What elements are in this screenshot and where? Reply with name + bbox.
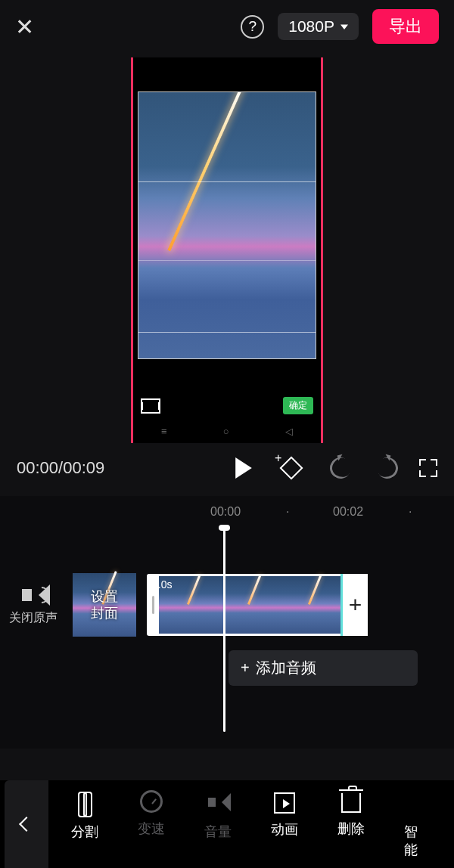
clip-duration-badge: 3.0s bbox=[152, 578, 172, 591]
toolbar-back-button[interactable] bbox=[5, 780, 48, 868]
clip-frames[interactable]: 3.0s bbox=[159, 574, 340, 636]
aspect-ratio-icon[interactable] bbox=[141, 398, 160, 414]
guide-line-top bbox=[138, 181, 316, 182]
add-audio-button[interactable]: + 添加音频 bbox=[229, 650, 418, 686]
timecode: 00:00/00:09 bbox=[17, 458, 104, 478]
redo-icon[interactable] bbox=[373, 454, 402, 482]
trash-icon bbox=[341, 793, 361, 813]
video-track-row: 关闭原声 设置封面 3.0s + bbox=[0, 573, 454, 637]
add-keyframe-icon[interactable]: + bbox=[280, 457, 303, 479]
resolution-label: 1080P bbox=[288, 17, 334, 36]
guide-line-bottom bbox=[138, 332, 316, 333]
tool-split[interactable]: 分割 bbox=[71, 790, 98, 859]
speed-icon bbox=[140, 790, 163, 813]
clip-frame bbox=[219, 576, 280, 634]
split-icon bbox=[72, 790, 98, 816]
undo-icon[interactable] bbox=[326, 454, 355, 482]
tool-delete[interactable]: 删除 bbox=[337, 790, 365, 859]
history-buttons bbox=[330, 457, 398, 479]
close-icon[interactable]: ✕ bbox=[15, 14, 34, 40]
set-cover-button[interactable]: 设置封面 bbox=[73, 573, 136, 637]
preview-bottom-bar: 确定 bbox=[141, 397, 313, 414]
chevron-left-icon bbox=[19, 817, 34, 832]
plus-icon: + bbox=[241, 659, 250, 677]
preview-area: ‹ 确定 ≡○◁ bbox=[0, 53, 454, 451]
speaker-icon bbox=[20, 584, 46, 606]
timeline[interactable]: 00:00 · 00:02 · 关闭原声 设置封面 3.0s + + 添加音 bbox=[0, 496, 454, 749]
confirm-button[interactable]: 确定 bbox=[283, 397, 313, 414]
export-button[interactable]: 导出 bbox=[372, 9, 439, 44]
help-icon[interactable]: ? bbox=[241, 15, 264, 39]
playhead[interactable] bbox=[223, 526, 225, 732]
chevron-down-icon bbox=[340, 23, 348, 30]
mute-original-sound[interactable]: 关闭原声 bbox=[0, 584, 67, 626]
tool-smart[interactable]: 智能 bbox=[404, 790, 427, 859]
clip-frame bbox=[280, 576, 340, 634]
time-ruler: 00:00 · 00:02 · bbox=[0, 505, 454, 525]
android-nav: ≡○◁ bbox=[133, 426, 321, 437]
resolution-dropdown[interactable]: 1080P bbox=[278, 13, 359, 40]
fullscreen-icon[interactable] bbox=[419, 459, 437, 477]
tool-animation[interactable]: 动画 bbox=[271, 790, 298, 859]
play-icon[interactable] bbox=[235, 457, 253, 479]
selected-clip[interactable]: 3.0s + bbox=[147, 574, 368, 636]
tool-speed[interactable]: 变速 bbox=[138, 790, 165, 859]
video-artwork bbox=[138, 92, 316, 358]
tool-volume[interactable]: 音量 bbox=[204, 790, 232, 859]
playback-buttons: + bbox=[235, 457, 303, 479]
add-clip-button[interactable]: + bbox=[340, 574, 368, 636]
header: ✕ ? 1080P 导出 bbox=[0, 0, 454, 53]
phone-frame: ‹ 确定 ≡○◁ bbox=[131, 57, 323, 443]
playbar: 00:00/00:09 + bbox=[0, 451, 454, 496]
bottom-toolbar: 分割 变速 音量 动画 删除 智能 bbox=[0, 780, 454, 868]
video-canvas[interactable] bbox=[138, 91, 316, 359]
animation-icon bbox=[274, 792, 295, 814]
volume-icon bbox=[205, 790, 231, 816]
tool-list: 分割 变速 音量 动画 删除 智能 bbox=[48, 790, 449, 859]
header-right-group: ? 1080P 导出 bbox=[241, 9, 439, 44]
add-audio-label: 添加音频 bbox=[256, 658, 316, 678]
